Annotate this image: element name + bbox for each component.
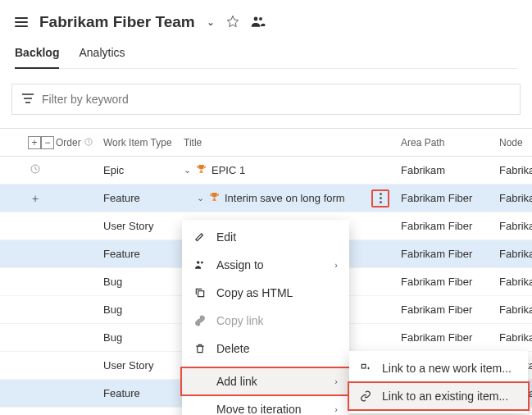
menu-icon[interactable] <box>15 17 28 27</box>
people-icon[interactable] <box>251 15 266 30</box>
work-item-type: Feature <box>103 248 184 260</box>
menu-edit[interactable]: Edit <box>182 223 349 251</box>
tab-analytics[interactable]: Analytics <box>79 46 125 68</box>
work-item-type: Bug <box>103 276 184 288</box>
collapse-all-button[interactable]: − <box>41 136 54 149</box>
menu-copy-link: Copy link <box>182 307 349 335</box>
copy-icon <box>193 287 207 299</box>
node-name: Fabrikam <box>499 276 532 288</box>
filter-icon <box>22 93 34 106</box>
submenu-new-work-item[interactable]: Link to a new work item... <box>349 354 528 382</box>
node-name: Fabrikam <box>499 331 532 344</box>
work-item-type: User Story <box>103 359 184 372</box>
svg-rect-9 <box>198 291 204 297</box>
add-link-submenu: Link to a new work item... Link to an ex… <box>349 351 528 413</box>
table-row[interactable]: +Feature⌄Interim save on long formFabrik… <box>0 185 532 212</box>
node-name: Fabrikam <box>499 248 532 260</box>
col-node-label[interactable]: Node <box>499 137 532 148</box>
work-item-type: Bug <box>103 303 184 316</box>
add-child-icon[interactable]: + <box>32 192 39 205</box>
filter-input[interactable] <box>42 93 510 106</box>
trophy-icon <box>196 164 207 177</box>
menu-add-link[interactable]: Add link › <box>182 367 349 395</box>
svg-point-0 <box>253 16 257 21</box>
clock-icon <box>30 164 40 176</box>
team-dropdown-chevron[interactable]: ⌄ <box>207 16 215 28</box>
link-icon <box>193 315 207 326</box>
tab-backlog[interactable]: Backlog <box>15 46 59 69</box>
expand-all-button[interactable]: + <box>28 136 41 149</box>
work-item-type: Bug <box>103 331 184 344</box>
context-menu: Edit Assign to › Copy as HTML Copy link … <box>182 220 349 415</box>
filter-bar <box>11 84 521 115</box>
table-row[interactable]: Epic⌄EPIC 1FabrikamFabrikam <box>0 157 532 185</box>
svg-point-7 <box>197 261 200 264</box>
work-item-type: Feature <box>103 387 184 399</box>
work-item-title: Interim save on long form <box>225 192 345 204</box>
submenu-existing-item[interactable]: Link to an existing item... <box>349 382 528 410</box>
col-area-label[interactable]: Area Path <box>396 137 499 148</box>
grid-header: + − Order Work Item Type Title Area Path… <box>0 129 532 157</box>
menu-delete[interactable]: Delete <box>182 335 349 363</box>
area-path: Fabrikam Fiber <box>396 303 499 316</box>
work-item-type: Feature <box>103 192 184 204</box>
col-type-label[interactable]: Work Item Type <box>103 137 184 148</box>
node-name: Fabrikam <box>499 192 532 204</box>
work-item-title: EPIC 1 <box>211 164 245 176</box>
node-name: Fabrikam <box>499 303 532 316</box>
more-actions-button[interactable] <box>371 189 389 208</box>
area-path: Fabrikam Fiber <box>396 331 499 344</box>
area-path: Fabrikam Fiber <box>396 192 499 204</box>
col-order-label[interactable]: Order <box>56 137 81 148</box>
svg-point-1 <box>259 17 262 21</box>
trash-icon <box>193 343 207 354</box>
people-icon <box>193 259 207 271</box>
node-name: Fabrikam <box>499 164 532 176</box>
work-item-type: Epic <box>103 164 184 176</box>
svg-rect-4 <box>25 102 30 103</box>
chevron-right-icon: › <box>334 260 338 270</box>
chevron-down-icon[interactable]: ⌄ <box>197 193 204 203</box>
node-name: Fabrikam <box>499 220 532 232</box>
new-link-icon <box>359 363 372 374</box>
chevron-right-icon: › <box>334 404 338 414</box>
menu-copy-html[interactable]: Copy as HTML <box>182 279 349 307</box>
pencil-icon <box>193 231 207 243</box>
chevron-down-icon[interactable]: ⌄ <box>184 165 191 176</box>
area-path: Fabrikam Fiber <box>396 248 499 260</box>
work-item-type: User Story <box>103 220 184 232</box>
area-path: Fabrikam Fiber <box>396 276 499 288</box>
star-icon[interactable] <box>226 15 239 30</box>
svg-point-8 <box>201 262 203 264</box>
col-title-label[interactable]: Title <box>184 137 396 148</box>
menu-move-to-iteration[interactable]: Move to iteration › <box>182 395 349 415</box>
svg-rect-10 <box>361 364 366 368</box>
clock-icon <box>84 137 93 148</box>
svg-rect-2 <box>22 93 34 95</box>
area-path: Fabrikam Fiber <box>396 220 499 232</box>
chevron-right-icon: › <box>334 376 338 386</box>
menu-assign-to[interactable]: Assign to › <box>182 251 349 279</box>
page-title: Fabrikam Fiber Team <box>39 13 195 31</box>
area-path: Fabrikam <box>396 164 499 176</box>
svg-rect-3 <box>24 98 32 99</box>
trophy-icon <box>209 192 220 205</box>
link-icon <box>359 390 372 402</box>
